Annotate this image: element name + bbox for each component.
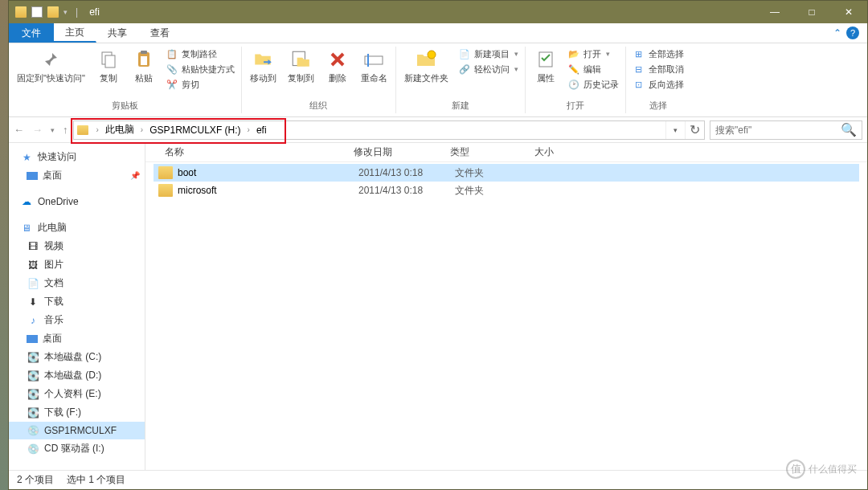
- sidebar-desktop[interactable]: 桌面📌: [9, 166, 145, 185]
- move-to-button[interactable]: 移动到: [245, 47, 281, 86]
- open-button[interactable]: 📂打开▾: [564, 47, 622, 61]
- copy-path-button[interactable]: 📋复制路径: [162, 47, 238, 61]
- edit-button[interactable]: ✏️编辑: [564, 62, 622, 76]
- sidebar-onedrive[interactable]: ☁OneDrive: [9, 193, 145, 210]
- sidebar-pictures[interactable]: 🖼图片: [9, 255, 145, 274]
- folder-icon: [15, 6, 27, 18]
- column-headers: 名称 修改日期 类型 大小: [145, 143, 867, 162]
- column-name[interactable]: 名称: [158, 145, 347, 159]
- copy-button[interactable]: 复制: [92, 47, 125, 86]
- delete-button[interactable]: 删除: [321, 47, 354, 86]
- maximize-button[interactable]: □: [793, 1, 830, 23]
- sidebar-desktop2[interactable]: 桌面: [9, 329, 145, 348]
- rename-icon: [362, 48, 385, 71]
- path-icon: 📋: [166, 47, 178, 60]
- sidebar-downloads[interactable]: ⬇下载: [9, 292, 145, 311]
- desktop-icon: [27, 172, 38, 180]
- sidebar-music[interactable]: ♪音乐: [9, 311, 145, 329]
- copy-icon: [97, 48, 120, 71]
- sidebar-disk-e[interactable]: 💽个人资料 (E:): [9, 385, 145, 403]
- sidebar-this-pc[interactable]: 🖥此电脑: [9, 218, 145, 237]
- search-icon[interactable]: 🔍: [841, 122, 857, 137]
- sidebar-drive-h[interactable]: 💿GSP1RMCULXF: [9, 422, 145, 439]
- select-none-button[interactable]: ⊟全部取消: [629, 62, 687, 76]
- column-type[interactable]: 类型: [444, 145, 528, 159]
- folder-icon: [77, 125, 88, 135]
- sidebar-disk-f[interactable]: 💽下载 (F:): [9, 403, 145, 422]
- refresh-button[interactable]: ↻: [685, 121, 704, 139]
- search-box[interactable]: 🔍: [710, 120, 862, 140]
- new-folder-button[interactable]: 新建文件夹: [399, 47, 453, 86]
- tab-file[interactable]: 文件: [9, 23, 54, 43]
- chevron-right-icon[interactable]: ›: [137, 125, 146, 134]
- qat: ▾ | efi: [9, 6, 106, 18]
- breadcrumb-item[interactable]: 此电脑: [102, 121, 137, 139]
- documents-icon: 📄: [27, 277, 39, 290]
- file-name: boot: [178, 167, 358, 178]
- easy-access-button[interactable]: 🔗轻松访问▾: [455, 62, 522, 76]
- qat-dropdown-icon[interactable]: ▾: [63, 8, 68, 16]
- sidebar-disk-c[interactable]: 💽本地磁盘 (C:): [9, 348, 145, 366]
- paste-icon: [133, 48, 155, 71]
- cut-button[interactable]: ✂️剪切: [162, 77, 238, 92]
- rename-button[interactable]: 重命名: [356, 47, 392, 86]
- ribbon-group-organize: 移动到 复制到 删除 重命名 组织: [242, 47, 396, 113]
- watermark: 值 什么值得买: [786, 459, 857, 479]
- properties-button[interactable]: 属性: [529, 47, 563, 86]
- pin-quick-access-button[interactable]: 固定到"快速访问": [12, 47, 90, 86]
- navigation-pane: ★快速访问 桌面📌 ☁OneDrive 🖥此电脑 🎞视频 🖼图片 📄文档 ⬇下载…: [9, 143, 145, 470]
- back-button[interactable]: ←: [14, 124, 24, 136]
- copy-to-icon: [289, 48, 312, 71]
- address-dropdown[interactable]: ▾: [665, 121, 685, 139]
- breadcrumb-item[interactable]: GSP1RMCULXF (H:): [146, 121, 244, 139]
- close-button[interactable]: ✕: [830, 1, 867, 23]
- breadcrumb-item[interactable]: efi: [253, 121, 270, 139]
- file-type: 文件夹: [455, 166, 539, 180]
- cut-icon: ✂️: [166, 78, 178, 91]
- window-controls: — □ ✕: [756, 1, 867, 23]
- star-icon: ★: [20, 151, 33, 164]
- chevron-right-icon[interactable]: ›: [93, 125, 102, 134]
- delete-icon: [326, 48, 349, 71]
- forward-button[interactable]: →: [32, 124, 43, 136]
- sidebar-quick-access[interactable]: ★快速访问: [9, 148, 145, 166]
- column-size[interactable]: 大小: [528, 145, 592, 159]
- column-date[interactable]: 修改日期: [347, 145, 444, 159]
- titlebar: ▾ | efi — □ ✕: [9, 1, 867, 23]
- new-item-button[interactable]: 📄新建项目▾: [455, 47, 522, 61]
- select-all-button[interactable]: ⊞全部选择: [629, 47, 687, 61]
- up-button[interactable]: ↑: [63, 124, 68, 136]
- sidebar-videos[interactable]: 🎞视频: [9, 237, 145, 255]
- file-date: 2011/4/13 0:18: [358, 167, 455, 178]
- file-row[interactable]: boot 2011/4/13 0:18 文件夹: [154, 164, 859, 182]
- downloads-icon: ⬇: [27, 296, 39, 308]
- sidebar-disk-d[interactable]: 💽本地磁盘 (D:): [9, 366, 145, 385]
- file-list[interactable]: boot 2011/4/13 0:18 文件夹 microsoft 2011/4…: [145, 162, 867, 470]
- history-button[interactable]: 🕑历史记录: [564, 77, 622, 92]
- file-row[interactable]: microsoft 2011/4/13 0:18 文件夹: [154, 182, 859, 199]
- tab-view[interactable]: 查看: [139, 23, 182, 43]
- watermark-text: 什么值得买: [809, 463, 857, 476]
- sidebar-cd-drive[interactable]: 💿CD 驱动器 (I:): [9, 439, 145, 458]
- paste-button[interactable]: 粘贴: [127, 47, 161, 86]
- tab-home[interactable]: 主页: [54, 23, 96, 43]
- open-icon: 📂: [567, 47, 580, 60]
- invert-selection-button[interactable]: ⊡反向选择: [629, 77, 687, 92]
- help-icon[interactable]: ?: [846, 27, 859, 39]
- minimize-button[interactable]: —: [756, 1, 793, 23]
- breadcrumb-root[interactable]: [74, 121, 93, 139]
- address-bar[interactable]: › 此电脑 › GSP1RMCULXF (H:) › efi ▾ ↻: [73, 120, 706, 140]
- drive-icon: 💽: [27, 406, 39, 419]
- search-input[interactable]: [715, 125, 841, 136]
- drive-icon: 💽: [27, 351, 39, 364]
- tab-share[interactable]: 共享: [96, 23, 139, 43]
- file-type: 文件夹: [455, 184, 539, 198]
- sidebar-documents[interactable]: 📄文档: [9, 274, 145, 292]
- ribbon-collapse[interactable]: ⌃ ?: [825, 23, 867, 43]
- copy-to-button[interactable]: 复制到: [283, 47, 319, 86]
- paste-shortcut-button[interactable]: 📎粘贴快捷方式: [162, 62, 238, 76]
- recent-dropdown[interactable]: ▾: [51, 126, 55, 134]
- qat-item[interactable]: [31, 6, 43, 18]
- move-icon: [252, 48, 274, 71]
- chevron-right-icon[interactable]: ›: [244, 125, 253, 134]
